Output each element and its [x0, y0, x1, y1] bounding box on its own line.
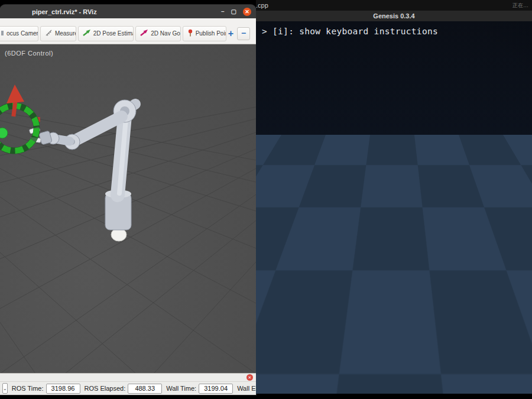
panel-close-icon[interactable]: ✕: [246, 374, 253, 381]
ros-time-field: ROS Time: 3198.96: [12, 384, 80, 394]
overlay-text: 正在…: [512, 2, 528, 9]
display-overlay-label: (6DOF Control): [5, 50, 53, 57]
genesis-3d-viewer[interactable]: > [i]: show keyboard instructions: [256, 21, 532, 394]
ros-elapsed-field: ROS Elapsed: 488.33: [85, 384, 163, 394]
rviz-toolbar: ocus Camera Measure 2D Pose Estimate 2D …: [0, 18, 256, 44]
maximize-button[interactable]: ▢: [231, 9, 236, 15]
measure-icon: [45, 29, 53, 38]
time-statusbar: ⌄ ROS Time: 3198.96 ROS Elapsed: 488.33 …: [0, 382, 256, 395]
focus-camera-button[interactable]: ocus Camera: [0, 26, 38, 41]
wall-time-value: 3199.04: [199, 384, 233, 394]
interactive-marker[interactable]: [0, 85, 37, 151]
measure-button[interactable]: Measure: [40, 26, 76, 41]
toolbar-panel-controls: + −: [228, 27, 252, 40]
rviz-robot-arm: [29, 100, 136, 241]
ros-elapsed-value: 488.33: [128, 384, 162, 394]
map-pin-icon: [187, 29, 193, 38]
editor-tab[interactable]: .cpp: [256, 2, 268, 9]
time-source-dropdown[interactable]: ⌄: [2, 383, 8, 394]
window-controls: – ▢ ✕: [221, 8, 251, 16]
time-panel: ✕ ⌄ ROS Time: 3198.96 ROS Elapsed: 488.3…: [0, 373, 256, 395]
time-panel-header: ✕: [0, 374, 256, 382]
minimize-button[interactable]: –: [221, 9, 225, 15]
pose-estimate-button[interactable]: 2D Pose Estimate: [78, 26, 134, 41]
genesis-window: .cpp 正在… Genesis 0.3.4 > [i]: show keybo…: [256, 0, 532, 394]
publish-point-button[interactable]: Publish Point: [183, 26, 226, 41]
window-title: piper_ctrl.rviz* - RViz: [32, 8, 97, 15]
rviz-titlebar[interactable]: piper_ctrl.rviz* - RViz – ▢ ✕: [0, 5, 256, 18]
camera-icon: [1, 30, 4, 38]
add-tool-button[interactable]: +: [228, 29, 233, 38]
wall-elapsed-field: Wall Elapsed: 488.24: [237, 384, 256, 394]
terminal-output: > [i]: show keyboard instructions: [262, 27, 438, 36]
remove-tool-button[interactable]: −: [237, 27, 250, 40]
genesis-robot-arm: [256, 21, 532, 394]
genesis-titlebar: Genesis 0.3.4: [256, 11, 532, 22]
nav-goal-button[interactable]: 2D Nav Goal: [135, 26, 180, 41]
close-button[interactable]: ✕: [243, 8, 251, 16]
rviz-window: piper_ctrl.rviz* - RViz – ▢ ✕ ocus Camer…: [0, 5, 256, 395]
ros-time-value: 3198.96: [46, 384, 80, 394]
green-arrow-icon: [83, 29, 91, 38]
magenta-arrow-icon: [140, 29, 148, 38]
rviz-scene: [0, 44, 256, 374]
background-tabstrip: .cpp 正在…: [256, 0, 532, 11]
wall-time-field: Wall Time: 3199.04: [166, 384, 233, 394]
rviz-3d-viewport[interactable]: (6DOF Control): [0, 44, 256, 374]
